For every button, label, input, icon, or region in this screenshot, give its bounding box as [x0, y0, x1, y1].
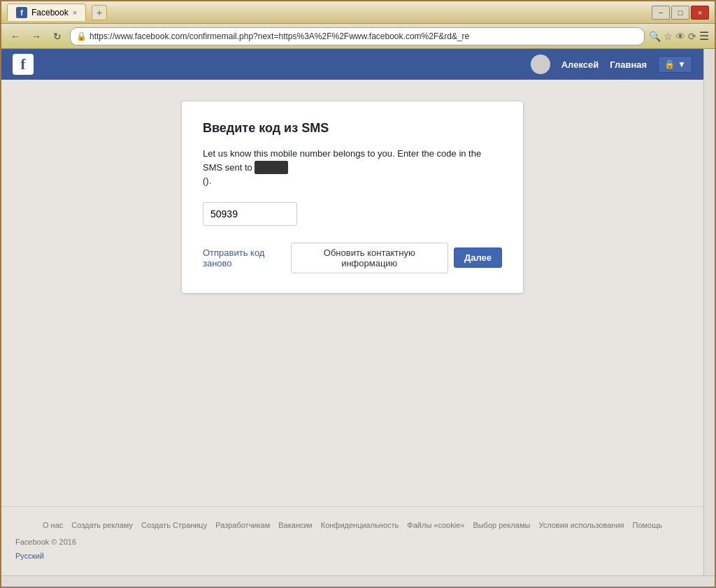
- scrollbar-vertical[interactable]: [703, 49, 715, 575]
- minimize-button[interactable]: −: [652, 6, 670, 20]
- title-bar-left: f Facebook × +: [7, 3, 107, 21]
- back-button[interactable]: ←: [7, 28, 24, 45]
- browser-tab[interactable]: f Facebook ×: [7, 3, 86, 21]
- footer-copyright: Facebook © 2016: [15, 538, 689, 546]
- footer-link-item[interactable]: Помощь: [633, 521, 663, 529]
- footer-link-item[interactable]: Условия использования: [538, 521, 624, 529]
- refresh-icon[interactable]: ⟳: [688, 31, 696, 42]
- redacted-phone-number: [255, 161, 287, 175]
- settings-dropdown-icon: ▼: [678, 59, 686, 69]
- search-icon[interactable]: 🔍: [649, 31, 661, 42]
- address-bar: ← → ↻ 🔒 https://www.facebook.com/confirm…: [1, 24, 715, 49]
- browser-main: f Алексей Главная 🔒 ▼ Введите код из SMS: [1, 49, 715, 575]
- footer-link-item[interactable]: Вакансии: [278, 521, 313, 529]
- update-contact-button[interactable]: Обновить контактную информацию: [291, 243, 448, 273]
- browser-window: f Facebook × + − □ × ← → ↻ 🔒 https://www…: [0, 0, 716, 588]
- page-body: Введите код из SMS Let us know this mobi…: [1, 80, 703, 506]
- close-button[interactable]: ×: [691, 6, 709, 20]
- sms-verification-card: Введите код из SMS Let us know this mobi…: [181, 101, 524, 294]
- maximize-button[interactable]: □: [671, 6, 689, 20]
- footer-link-item[interactable]: Конфиденциальность: [321, 521, 399, 529]
- new-tab-button[interactable]: +: [92, 5, 107, 20]
- navbar-right: Алексей Главная 🔒 ▼: [531, 55, 692, 74]
- sms-description-text1: Let us know this mobile number belongs t…: [203, 148, 481, 173]
- sms-card-actions: Отправить код заново Обновить контактную…: [203, 243, 502, 273]
- facebook-navbar: f Алексей Главная 🔒 ▼: [1, 49, 703, 80]
- navbar-username[interactable]: Алексей: [561, 59, 599, 70]
- tab-title: Facebook: [31, 8, 69, 17]
- browser-content: f Алексей Главная 🔒 ▼ Введите код из SMS: [1, 49, 703, 575]
- settings-button[interactable]: 🔒 ▼: [658, 56, 692, 73]
- avatar: [531, 55, 550, 74]
- page-footer: О насСоздать рекламуСоздать СтраницуРазр…: [1, 506, 703, 575]
- tab-favicon: f: [16, 7, 27, 18]
- address-bar-input-container[interactable]: 🔒 https://www.facebook.com/confirmemail.…: [70, 27, 645, 45]
- footer-language[interactable]: Русский: [15, 552, 44, 560]
- action-buttons: Обновить контактную информацию Далее: [291, 243, 502, 273]
- sms-description-text2: ().: [203, 175, 211, 186]
- home-link[interactable]: Главная: [610, 59, 647, 70]
- lock-nav-icon: 🔒: [664, 59, 675, 69]
- footer-link-item[interactable]: Создать Страницу: [141, 521, 207, 529]
- scrollbar-horizontal[interactable]: [1, 575, 715, 587]
- sms-card-title: Введите код из SMS: [203, 121, 502, 136]
- resend-code-link[interactable]: Отправить код заново: [203, 248, 291, 268]
- facebook-logo-letter: f: [20, 55, 25, 73]
- facebook-logo: f: [13, 54, 34, 75]
- footer-link-item[interactable]: Создать рекламу: [71, 521, 133, 529]
- sms-description: Let us know this mobile number belongs t…: [203, 147, 502, 188]
- sms-code-input[interactable]: [203, 202, 297, 226]
- eye-icon[interactable]: 👁: [675, 31, 685, 42]
- menu-button[interactable]: ☰: [699, 29, 709, 43]
- footer-link-item[interactable]: Файлы «cookie»: [407, 521, 464, 529]
- url-display: https://www.facebook.com/confirmemail.ph…: [90, 31, 638, 41]
- footer-links: О насСоздать рекламуСоздать СтраницуРазр…: [15, 521, 689, 529]
- lock-icon: 🔒: [76, 31, 87, 41]
- tab-close-button[interactable]: ×: [73, 8, 77, 17]
- footer-link-item[interactable]: Разработчикам: [215, 521, 270, 529]
- forward-button[interactable]: →: [28, 28, 45, 45]
- bookmark-icon[interactable]: ☆: [664, 31, 673, 42]
- next-button[interactable]: Далее: [454, 248, 502, 268]
- footer-link-item[interactable]: О нас: [43, 521, 63, 529]
- refresh-button[interactable]: ↻: [49, 28, 66, 45]
- title-bar: f Facebook × + − □ ×: [1, 1, 715, 24]
- address-bar-icons: 🔍 ☆ 👁 ⟳ ☰: [649, 29, 709, 43]
- window-controls: − □ ×: [652, 6, 709, 20]
- footer-link-item[interactable]: Выбор рекламы: [473, 521, 530, 529]
